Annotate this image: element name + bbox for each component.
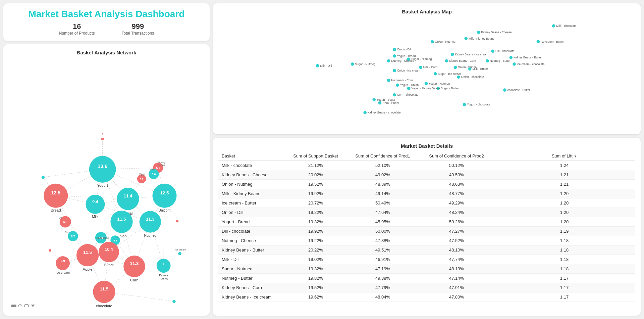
svg-point-136 <box>393 69 396 72</box>
cell-lift: 1.20 <box>493 208 635 217</box>
table-row: Ice cream - Butter 20.72% 50.49% 49.29% … <box>218 198 635 208</box>
dot-node-3 <box>49 249 51 252</box>
svg-text:chocolate: chocolate <box>96 304 112 307</box>
node-kidneybeans[interactable] <box>157 259 171 273</box>
details-card: Market Basket Details Basket Sum of Supp… <box>213 138 641 316</box>
cell-basket: Nutmeg - Butter <box>218 274 285 283</box>
cell-support: 19.92% <box>285 227 346 236</box>
svg-text:Ice cream - chocolate: Ice cream - chocolate <box>517 62 545 66</box>
col-header-lift[interactable]: Sum of Lift ▼ <box>493 151 635 161</box>
svg-text:Ice cream: Ice cream <box>175 248 186 251</box>
header-card: Market Basket Analysis Dashboard 16 Numb… <box>3 3 210 41</box>
table-header-row: Basket Sum of Support Basket Sum of Conf… <box>218 151 635 161</box>
node-butter[interactable] <box>99 242 119 262</box>
table-row: Milk - Kidney Beans 19.92% 49.14% 48.77%… <box>218 189 635 198</box>
cell-support: 19.22% <box>285 236 346 245</box>
map-card: Basket Analysis Map Milk - chocolate Ice… <box>213 3 641 134</box>
dot-node-1 <box>42 176 45 179</box>
table-row: Onion - Nutmeg 19.52% 48.39% 48.63% 1.21 <box>218 180 635 189</box>
cell-support: 21.12% <box>285 161 346 170</box>
svg-text:Beans: Beans <box>158 164 165 167</box>
node-bread[interactable] <box>44 184 68 208</box>
col-header-basket[interactable]: Basket <box>218 151 285 161</box>
svg-rect-90 <box>11 305 16 307</box>
stat-transactions: 999 Total Transactions <box>122 22 154 36</box>
cell-conf1: 46.91% <box>346 255 420 264</box>
svg-text:11.3: 11.3 <box>130 261 139 266</box>
cell-basket: Sugar - Nutmeg <box>218 264 285 274</box>
dot-node-2 <box>178 252 181 255</box>
node-icecream[interactable] <box>56 256 70 270</box>
cell-lift: 1.19 <box>493 227 635 236</box>
svg-text:Yogurt - Onion: Yogurt - Onion <box>400 83 419 87</box>
node-apple[interactable] <box>76 244 99 266</box>
cell-conf1: 50.00% <box>346 227 420 236</box>
cell-conf2: 48.77% <box>420 189 493 198</box>
svg-point-126 <box>434 72 437 76</box>
col-header-support[interactable]: Sum of Support Basket <box>285 151 346 161</box>
transactions-label: Total Transactions <box>122 31 154 36</box>
header-stats: 16 Number of Products 999 Total Transact… <box>59 22 154 36</box>
table-row: Onion - Dill 19.22% 47.64% 48.24% 1.20 <box>218 208 635 217</box>
node-chocolate[interactable] <box>93 281 115 303</box>
svg-text:6.9: 6.9 <box>61 259 65 263</box>
cell-conf1: 50.49% <box>346 198 420 208</box>
cell-basket: Kidney Beans - Butter <box>218 245 285 255</box>
svg-text:11.5: 11.5 <box>100 286 108 291</box>
svg-point-124 <box>419 66 422 69</box>
col-header-conf1[interactable]: Sum of Confidence of Prod1 <box>346 151 420 161</box>
cell-conf2: 48.10% <box>420 245 493 255</box>
svg-text:Corn - chocolate: Corn - chocolate <box>397 93 419 96</box>
node-yogurt[interactable] <box>89 156 116 183</box>
svg-text:Sugar - Ice cream: Sugar - Ice cream <box>438 72 461 76</box>
svg-text:Milk - Kidney Beans: Milk - Kidney Beans <box>469 37 494 40</box>
node-sugar[interactable] <box>117 188 139 210</box>
cell-support: 19.02% <box>285 255 346 264</box>
svg-text:Dill - chocolate: Dill - chocolate <box>495 49 515 53</box>
cell-conf1: 47.64% <box>346 208 420 217</box>
network-card: Basket Analysis Network <box>3 44 210 316</box>
table-row: Dill - chocolate 19.92% 50.00% 47.27% 1.… <box>218 227 635 236</box>
cell-support: 19.52% <box>285 180 346 189</box>
svg-text:Bread: Bread <box>51 208 61 212</box>
dashboard-title: Market Basket Analysis Dashboard <box>29 9 185 19</box>
cell-support: 20.02% <box>285 170 346 180</box>
svg-point-106 <box>513 62 516 66</box>
svg-text:7: 7 <box>163 262 164 265</box>
cell-basket: Kidney Beans - Corn <box>218 283 285 292</box>
cell-support: 19.62% <box>285 292 346 302</box>
node-corn[interactable] <box>123 256 145 277</box>
svg-text:Yogurt - Nutmeg: Yogurt - Nutmeg <box>429 82 450 85</box>
svg-text:6.9: 6.9 <box>63 220 67 224</box>
svg-text:Nutmeg - Butter: Nutmeg - Butter <box>490 59 511 62</box>
col-header-conf2[interactable]: Sum of Confidence of Prod2 <box>420 151 493 161</box>
svg-text:Unicorn: Unicorn <box>159 209 171 212</box>
svg-text:Cheesenut: Cheesenut <box>96 236 109 239</box>
cell-lift: 1.17 <box>493 274 635 283</box>
svg-text:Kidney Beans - Corn: Kidney Beans - Corn <box>449 59 476 62</box>
cell-lift: 1.18 <box>493 236 635 245</box>
table-row: Nutmeg - Butter 19.82% 49.38% 47.14% 1.1… <box>218 274 635 283</box>
node-milk[interactable] <box>86 195 105 214</box>
svg-text:Onion: Onion <box>116 234 126 238</box>
table-row: Nutmeg - Cheese 19.22% 47.88% 47.52% 1.1… <box>218 236 635 245</box>
cell-basket: Ice cream - Butter <box>218 198 285 208</box>
node-unicorn[interactable] <box>152 184 176 208</box>
svg-rect-92 <box>24 305 28 307</box>
svg-text:Apple: Apple <box>83 267 93 271</box>
svg-text:13.6: 13.6 <box>98 163 107 169</box>
svg-text:Onion - Dill: Onion - Dill <box>397 48 412 51</box>
table-container[interactable]: Basket Sum of Support Basket Sum of Conf… <box>218 151 635 307</box>
cell-lift: 1.20 <box>493 198 635 208</box>
svg-text:Ice cream - Butter: Ice cream - Butter <box>541 40 564 43</box>
node-onion[interactable] <box>110 211 132 233</box>
cell-basket: Milk - Kidney Beans <box>218 189 285 198</box>
table-row: Kidney Beans - Corn 19.52% 47.79% 47.91%… <box>218 283 635 292</box>
svg-text:Corn: Corn <box>130 278 139 282</box>
svg-text:5.8: 5.8 <box>113 239 117 242</box>
svg-point-132 <box>393 54 396 58</box>
svg-text:Kidney Beans - Ice cream: Kidney Beans - Ice cream <box>455 53 488 56</box>
svg-text:12.5: 12.5 <box>160 190 169 195</box>
node-nutmeg[interactable] <box>140 211 161 232</box>
cell-conf2: 49.50% <box>420 170 493 180</box>
